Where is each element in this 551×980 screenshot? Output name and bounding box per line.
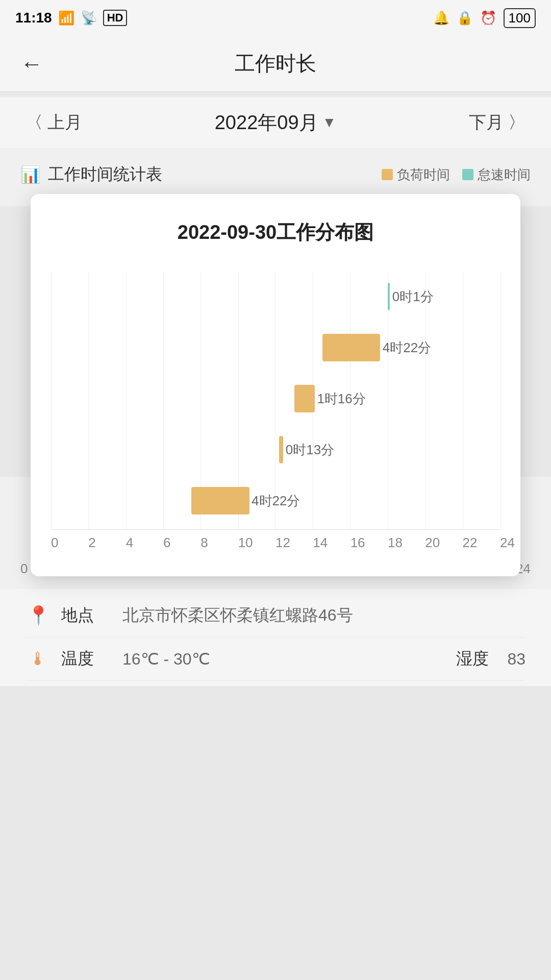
hd-badge: HD bbox=[103, 10, 128, 26]
bar-row: 4时22分 bbox=[51, 322, 500, 373]
chart-title: 工作时间统计表 bbox=[48, 163, 162, 186]
signal-icon: 📶 bbox=[58, 10, 74, 26]
page-header: ← 工作时长 bbox=[0, 36, 551, 92]
bar-label: 0时13分 bbox=[286, 441, 334, 459]
chart-title-area: 📊 工作时间统计表 bbox=[20, 163, 162, 186]
legend-idle: 怠速时间 bbox=[462, 166, 531, 184]
legend-load-dot bbox=[382, 169, 393, 180]
chart-legend: 负荷时间 怠速时间 bbox=[382, 166, 531, 184]
dropdown-icon: ▼ bbox=[322, 114, 337, 131]
bar-fill bbox=[322, 334, 381, 361]
status-left: 11:18 📶 📡 HD bbox=[15, 10, 127, 26]
month-navigation: 〈 上月 2022年09月 ▼ 下月 〉 bbox=[0, 97, 551, 148]
back-button[interactable]: ← bbox=[20, 51, 43, 77]
temperature-value: 16℃ - 30℃ bbox=[122, 649, 425, 669]
next-month-button[interactable]: 下月 〉 bbox=[469, 111, 525, 134]
legend-idle-dot bbox=[462, 169, 473, 180]
bar-row: 4时22分 bbox=[51, 475, 500, 526]
status-bar: 11:18 📶 📡 HD 🔔 🔒 ⏰ 100 bbox=[0, 0, 551, 36]
bar-fill bbox=[388, 283, 390, 310]
bar-label: 1时16分 bbox=[317, 390, 365, 408]
bar-label: 0时1分 bbox=[392, 288, 434, 306]
bar-fill bbox=[294, 385, 315, 412]
info-section: 📍 地点 北京市怀柔区怀柔镇红螺路46号 🌡 温度 16℃ - 30℃ 湿度 8… bbox=[0, 589, 551, 686]
time-display: 11:18 bbox=[15, 10, 52, 26]
location-key: 地点 bbox=[61, 604, 112, 627]
x-axis: 024681012141618202224 bbox=[51, 529, 500, 551]
vibrate-icon: 🔔 bbox=[433, 10, 449, 26]
location-icon: 📍 bbox=[26, 605, 51, 626]
mini-x-tick: 0 bbox=[20, 561, 28, 577]
bar-fill bbox=[191, 487, 249, 514]
horizontal-bar-chart: 0时1分4时22分1时16分0时13分4时22分0246810121416182… bbox=[51, 271, 500, 551]
bar-label: 4时22分 bbox=[252, 492, 300, 510]
humidity-key: 湿度 bbox=[456, 648, 497, 670]
status-right: 🔔 🔒 ⏰ 100 bbox=[433, 8, 536, 28]
location-value: 北京市怀柔区怀柔镇红螺路46号 bbox=[122, 604, 525, 627]
bar-chart-icon: 📊 bbox=[20, 165, 41, 184]
page-title: 工作时长 bbox=[235, 50, 316, 78]
alarm-icon: ⏰ bbox=[480, 10, 496, 26]
bar-fill bbox=[279, 436, 283, 463]
temperature-icon: 🌡 bbox=[26, 648, 51, 670]
bar-row: 0时1分 bbox=[51, 271, 500, 322]
wifi-icon: 📡 bbox=[81, 10, 97, 26]
lock-icon: 🔒 bbox=[457, 10, 473, 26]
bar-label: 4时22分 bbox=[383, 339, 431, 357]
battery-display: 100 bbox=[504, 8, 536, 28]
bar-row: 0时13分 bbox=[51, 424, 500, 475]
legend-load: 负荷时间 bbox=[382, 166, 450, 184]
bar-row: 1时16分 bbox=[51, 373, 500, 424]
humidity-value: 83 bbox=[507, 650, 525, 669]
weather-row: 🌡 温度 16℃ - 30℃ 湿度 83 bbox=[26, 638, 525, 681]
modal-title: 2022-09-30工作分布图 bbox=[51, 219, 500, 246]
location-row: 📍 地点 北京市怀柔区怀柔镇红螺路46号 bbox=[26, 594, 525, 638]
temperature-key: 温度 bbox=[61, 648, 112, 670]
current-month[interactable]: 2022年09月 ▼ bbox=[215, 110, 337, 136]
prev-month-button[interactable]: 〈 上月 bbox=[26, 111, 82, 134]
work-distribution-modal: 2022-09-30工作分布图 0时1分4时22分1时16分0时13分4时22分… bbox=[31, 194, 520, 576]
chart-label-row: 📊 工作时间统计表 负荷时间 怠速时间 bbox=[20, 163, 531, 186]
